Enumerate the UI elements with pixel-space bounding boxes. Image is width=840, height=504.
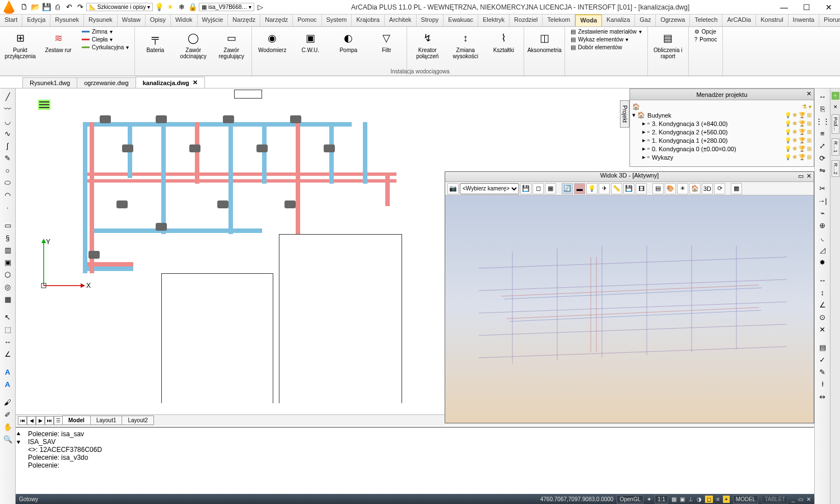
v3d-colors-icon[interactable]: 🎨 — [665, 183, 676, 194]
btn-ciepla[interactable]: Ciepła ▾ — [80, 36, 131, 43]
rt-extend-icon[interactable]: →| — [817, 195, 828, 206]
box-tool-icon[interactable]: ▣ — [2, 256, 13, 268]
ribbon-tab-woda[interactable]: Woda — [575, 15, 602, 26]
minimize-button[interactable]: — — [773, 0, 795, 15]
text-a-icon[interactable]: A — [2, 366, 13, 377]
status-max-icon[interactable]: ▭ — [798, 496, 803, 502]
status-model[interactable]: MODEL — [733, 495, 759, 503]
v3d-save-icon[interactable]: 💾 — [520, 183, 531, 194]
btn-zawor-regulujacy[interactable]: ▭Zawór regulujący — [214, 28, 248, 59]
v3d-disk-icon[interactable]: 💾 — [623, 183, 634, 194]
rt-chamfer-icon[interactable]: ◿ — [817, 244, 828, 255]
maximize-button[interactable]: ☐ — [795, 0, 818, 15]
select-tool-icon[interactable]: ⬚ — [2, 324, 13, 335]
v3d-light-icon[interactable]: 💡 — [586, 183, 598, 194]
ribbon-tab-elektryk[interactable]: Elektryk — [478, 15, 510, 26]
rt-explode-icon[interactable]: ✸ — [817, 256, 828, 268]
v3d-orbit-icon[interactable]: 🔄 — [562, 183, 573, 194]
rt-align-icon[interactable]: ⫲ — [817, 379, 828, 390]
new-icon[interactable]: 🗋 — [19, 2, 29, 12]
v3d-film-icon[interactable]: 🎞 — [636, 183, 647, 194]
ellipse-tool-icon[interactable]: ⬭ — [2, 177, 13, 188]
v3d-measure-icon[interactable]: 📏 — [611, 183, 622, 194]
btn-obliczenia-raport[interactable]: ▤Obliczenia i raport — [651, 28, 685, 59]
rt-dim4-icon[interactable]: ⊙ — [817, 311, 828, 323]
rt-fillet-icon[interactable]: ◟ — [817, 232, 828, 243]
rt-layer-icon[interactable]: ▤ — [817, 342, 828, 353]
btn-zestaw-rur[interactable]: ≋ Zestaw rur — [41, 28, 75, 53]
angle-tool-icon[interactable]: ∠ — [2, 348, 13, 360]
btn-pompa[interactable]: ◐Pompa — [332, 28, 365, 53]
freehand-tool-icon[interactable]: ✎ — [2, 152, 13, 164]
status-osnap-icon[interactable]: ◻ — [705, 496, 713, 503]
ribbon-tab-widok[interactable]: Widok — [171, 15, 198, 26]
layout-next-icon[interactable]: ▶ — [36, 416, 45, 425]
view3d-close-icon[interactable]: ✕ — [806, 172, 811, 180]
ribbon-tab-rozdziel[interactable]: Rozdziel — [510, 15, 543, 26]
ribbon-tab-opisy[interactable]: Opisy — [146, 15, 171, 26]
pm-close-icon[interactable]: ✕ — [806, 90, 811, 97]
doc-tab[interactable]: ogrzewanie.dwg — [77, 77, 136, 88]
circle-tool-icon[interactable]: ○ — [2, 165, 13, 176]
text-a2-icon[interactable]: A — [2, 379, 13, 390]
ribbon-tab-system[interactable]: System — [322, 15, 352, 26]
rt-dim3-icon[interactable]: ∠ — [817, 299, 828, 310]
pm-item[interactable]: ▸ ▫ 0. Kondygnacja 0 (±0.00=0.00)💡 ❄ 🏆 ⊞ — [632, 144, 811, 153]
ribbon-tab-wstaw[interactable]: Wstaw — [118, 15, 146, 26]
rt-stretch-icon[interactable]: ⇔ — [817, 391, 828, 402]
dim-tool-icon[interactable]: ↔ — [2, 336, 13, 347]
v3d-refresh-icon[interactable]: ⟳ — [714, 183, 725, 194]
v3d-fly-icon[interactable]: ✈ — [599, 183, 610, 194]
pm-filter-icon[interactable]: ⚗ ▾ — [802, 104, 811, 110]
rt-break-icon[interactable]: ⌁ — [817, 207, 828, 218]
brush-tool-icon[interactable]: ✐ — [2, 409, 13, 420]
status-scale[interactable]: 1:1 — [655, 495, 668, 503]
paint-tool-icon[interactable]: 🖌 — [2, 396, 13, 408]
rt-offset-icon[interactable]: ≡ — [817, 128, 828, 139]
ribbon-tab-inwenta[interactable]: Inwenta — [788, 15, 820, 26]
hatch-tool-icon[interactable]: ▦ — [2, 293, 13, 305]
ribbon-tab-arcadia[interactable]: ArCADia — [722, 15, 756, 26]
ribbon-tab-telekom[interactable]: Telekom — [543, 15, 575, 26]
status-snap1-icon[interactable]: ▦ — [671, 496, 676, 502]
layout-list-icon[interactable]: ☰ — [54, 416, 63, 425]
lock-icon[interactable]: 🔒 — [188, 2, 198, 12]
status-min-icon[interactable]: _ — [791, 496, 795, 502]
redo-icon[interactable]: ↷ — [75, 2, 85, 12]
ribbon-tab-gaz[interactable]: Gaz — [635, 15, 656, 26]
view3d-title[interactable]: Widok 3D - [Aktywny] ▭ ✕ — [445, 172, 814, 182]
v3d-wall-icon[interactable]: ▬ — [574, 183, 585, 194]
ribbon-tab-narzędz[interactable]: Narzędz — [260, 15, 293, 26]
btn-opcje[interactable]: ⚙ Opcje — [692, 28, 720, 35]
polyline-tool-icon[interactable]: 〰 — [2, 103, 13, 114]
rail-tab-0[interactable]: Pod… — [832, 114, 839, 134]
btn-dobor-elementow[interactable]: ▤ Dobór elementów — [568, 44, 644, 51]
rt-copy-icon[interactable]: ⎘ — [817, 103, 828, 114]
rt-edit-icon[interactable]: ✎ — [817, 366, 828, 377]
polygon-tool-icon[interactable]: ⬡ — [2, 269, 13, 280]
rect-tool-icon[interactable]: ▭ — [2, 220, 13, 231]
cmd-down-icon[interactable]: ▾ — [17, 438, 20, 446]
v3d-clip-icon[interactable]: ▩ — [731, 183, 742, 194]
v3d-home-icon[interactable]: 🏠 — [689, 183, 701, 194]
btn-ksztaltki[interactable]: ⌇Kształtki — [487, 28, 520, 53]
rail-add-icon[interactable]: + — [832, 92, 839, 100]
v3d-frame-icon[interactable]: ◻ — [533, 183, 544, 194]
close-button[interactable]: ✕ — [818, 0, 840, 15]
pm-title[interactable]: Menadżer projektu ✕ — [630, 89, 814, 100]
ribbon-tab-pioruno[interactable]: Pioruno — [819, 15, 840, 26]
curve-tool-icon[interactable]: ∫ — [2, 140, 13, 151]
ribbon-tab-architek[interactable]: Architek — [385, 15, 417, 26]
view3d-max-icon[interactable]: ▭ — [798, 172, 804, 180]
ribbon-tab-rysunek[interactable]: Rysunek — [84, 15, 118, 26]
point-tool-icon[interactable]: · — [2, 202, 13, 213]
ribbon-tab-stropy[interactable]: Stropy — [417, 15, 444, 26]
btn-cwu[interactable]: ▣C.W.U. — [293, 28, 327, 53]
status-track-icon[interactable]: + — [723, 496, 730, 503]
ribbon-tab-kanaliza[interactable]: Kanaliza — [602, 15, 635, 26]
status-tablet[interactable]: TABLET — [762, 495, 788, 503]
command-window[interactable]: ▴ ▾ Polecenie: isa_savISA_SAV<>: 12ACECF… — [16, 427, 814, 494]
layout-first-icon[interactable]: ⏮ — [18, 416, 27, 425]
ribbon-tab-ewakuac[interactable]: Ewakuac — [444, 15, 478, 26]
doc-tab[interactable]: kanalizacja.dwg✕ — [136, 77, 205, 88]
